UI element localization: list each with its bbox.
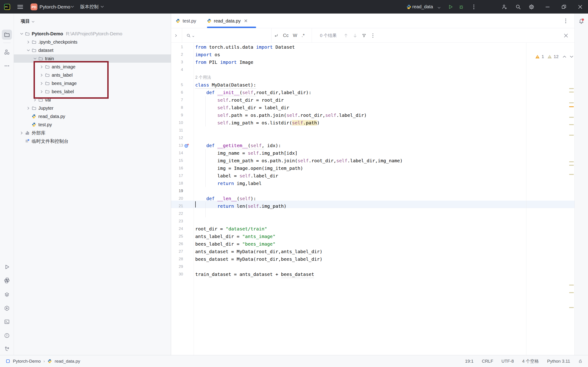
code-line-29[interactable]: 29: [171, 263, 574, 270]
tree-item-dataset[interactable]: dataset: [14, 46, 171, 54]
code-line-19[interactable]: 19: [171, 187, 574, 195]
stripe-weak-warning-mark[interactable]: [569, 165, 574, 166]
breadcrumb-file[interactable]: read_data.py: [55, 359, 80, 364]
tab-read-data-py[interactable]: read_data.py ✕: [207, 14, 248, 28]
next-problem-icon[interactable]: [570, 56, 573, 58]
code-line-15[interactable]: 15 img_item_path = os.path.join(self.roo…: [171, 157, 574, 164]
tree-item-外部库[interactable]: 外部库: [14, 129, 171, 137]
regex-toggle[interactable]: .*: [302, 28, 305, 43]
python-interpreter[interactable]: Python 3.11: [547, 359, 570, 364]
version-control-tool-window-button[interactable]: [2, 344, 12, 354]
breadcrumb-project[interactable]: Pytorch-Demo: [13, 359, 41, 364]
inspections-widget[interactable]: 1 12: [535, 54, 573, 59]
stripe-weak-warning-mark[interactable]: [569, 102, 574, 103]
code-line-6[interactable]: 6 def __init__(self,root_dir,label_dir):: [171, 89, 574, 96]
vcs-menu-button[interactable]: 版本控制: [80, 0, 99, 14]
tree-item-train[interactable]: train: [14, 54, 171, 63]
code-area[interactable]: 1from torch.utils.data import Dataset2im…: [171, 43, 574, 355]
run-anything-button[interactable]: [2, 303, 12, 313]
code-line-26[interactable]: 26bees_label_dir = "bees_image": [171, 240, 574, 248]
tree-item-bees_label[interactable]: bees_label: [14, 87, 171, 96]
override-method-icon[interactable]: [183, 142, 195, 149]
chevron-down-icon[interactable]: [19, 31, 24, 36]
project-avatar[interactable]: PD: [31, 3, 37, 10]
run-tool-window-button[interactable]: [2, 262, 12, 272]
more-tool-windows-button[interactable]: [2, 61, 12, 71]
code-line-3[interactable]: 3from PIL import Image: [171, 58, 574, 66]
tree-item-read_data.py[interactable]: read_data.py: [14, 112, 171, 120]
code-line-11[interactable]: 11: [171, 126, 574, 134]
close-window-button[interactable]: [577, 4, 583, 10]
code-line-13[interactable]: 13 def __getitem__(self, idx):: [171, 142, 574, 149]
python-console-button[interactable]: [2, 275, 12, 285]
chevron-right-icon[interactable]: [26, 105, 31, 111]
tree-item-ants_image[interactable]: ants_image: [14, 63, 171, 71]
code-line-2[interactable]: 2import os: [171, 51, 574, 58]
code-line-18[interactable]: 18 return img,label: [171, 179, 574, 187]
indent-setting[interactable]: 4 个空格: [522, 358, 539, 364]
code-line-4[interactable]: 4: [171, 66, 574, 74]
run-button[interactable]: [447, 4, 453, 10]
code-line-17[interactable]: 17 label = self.label_dir: [171, 172, 574, 179]
problems-tool-window-button[interactable]: [2, 331, 12, 341]
code-line-23[interactable]: 23: [171, 217, 574, 225]
stripe-weak-warning-mark[interactable]: [569, 285, 574, 285]
chevron-right-icon[interactable]: [39, 64, 44, 70]
chevron-right-icon[interactable]: [39, 89, 44, 94]
project-panel-header[interactable]: 项目: [14, 14, 171, 29]
match-case-toggle[interactable]: Cc: [283, 28, 289, 43]
code-line-9[interactable]: 9 self.path = os.path.join(self.root_dir…: [171, 111, 574, 119]
notifications-bell-icon[interactable]: [578, 18, 585, 25]
editor-options-icon[interactable]: [565, 18, 566, 24]
code-inlay-line[interactable]: 2 个用法: [171, 74, 574, 81]
search-history-caret-icon[interactable]: [192, 29, 194, 44]
tree-item-.ipynb_checkpoints[interactable]: .ipynb_checkpoints: [14, 38, 171, 46]
stripe-weak-warning-mark[interactable]: [569, 124, 574, 125]
main-menu-icon[interactable]: [17, 5, 23, 9]
code-line-30[interactable]: 30train_dataset = ants_dataset + bees_da…: [171, 270, 574, 278]
tree-item-Jupyter[interactable]: Jupyter: [14, 104, 171, 112]
services-tool-window-button[interactable]: [2, 289, 12, 300]
code-line-14[interactable]: 14 img_name = self.img_path[idx]: [171, 149, 574, 157]
project-name-button[interactable]: Pytorch-Demo: [40, 0, 70, 14]
code-line-1[interactable]: 1from torch.utils.data import Dataset: [171, 43, 574, 51]
chevron-right-icon[interactable]: [39, 72, 44, 78]
debug-button[interactable]: [458, 4, 464, 10]
more-actions-icon[interactable]: [471, 4, 477, 10]
chevron-right-icon[interactable]: [26, 39, 31, 45]
chevron-right-icon[interactable]: [32, 97, 38, 103]
chevron-right-icon[interactable]: [19, 130, 24, 136]
code-line-27[interactable]: 27ants_dataset = MyData(root_dir,ants_la…: [171, 248, 574, 255]
code-line-28[interactable]: 28bees_dataset = MyData(root_dir,bees_la…: [171, 255, 574, 263]
code-with-me-icon[interactable]: [501, 4, 507, 10]
code-line-12[interactable]: 12: [171, 134, 574, 142]
tree-item-val[interactable]: val: [14, 96, 171, 104]
pycharm-logo-icon[interactable]: PC: [4, 4, 10, 10]
chevron-down-icon[interactable]: [26, 48, 31, 53]
next-occurrence-icon[interactable]: [353, 28, 357, 43]
stripe-weak-warning-mark[interactable]: [569, 292, 574, 293]
code-line-10[interactable]: 10 self.img_path = os.listdir(self.path): [171, 119, 574, 126]
stripe-weak-warning-mark[interactable]: [569, 307, 574, 308]
close-tab-icon[interactable]: ✕: [244, 18, 248, 24]
settings-gear-icon[interactable]: [528, 4, 535, 10]
chevron-right-icon[interactable]: [39, 81, 44, 86]
read-write-lock-icon[interactable]: [578, 359, 583, 364]
tree-item-Pytorch-Demo[interactable]: Pytorch-DemoR:\AI\Project\Pytorch-Demo: [14, 30, 171, 38]
chevron-down-icon[interactable]: [32, 56, 38, 61]
code-line-20[interactable]: 20 def __len__(self):: [171, 195, 574, 202]
code-line-7[interactable]: 7 self.root_dir = root_dir: [171, 96, 574, 104]
structure-tool-window-button[interactable]: [2, 47, 12, 57]
stripe-weak-warning-mark[interactable]: [569, 92, 574, 92]
caret-position[interactable]: 19:1: [465, 359, 474, 364]
tree-item-bees_image[interactable]: bees_image: [14, 79, 171, 87]
close-search-icon[interactable]: [564, 28, 568, 43]
project-tool-window-button[interactable]: [2, 30, 12, 40]
file-encoding[interactable]: UTF-8: [501, 359, 514, 364]
stripe-weak-warning-mark[interactable]: [569, 135, 574, 136]
code-line-25[interactable]: 25ants_label_dir = "ants_image": [171, 233, 574, 240]
code-line-21[interactable]: 21 return len(self.img_path): [171, 202, 574, 210]
prev-problem-icon[interactable]: [563, 56, 566, 58]
words-toggle[interactable]: W: [293, 28, 297, 43]
restore-window-button[interactable]: [561, 4, 567, 10]
